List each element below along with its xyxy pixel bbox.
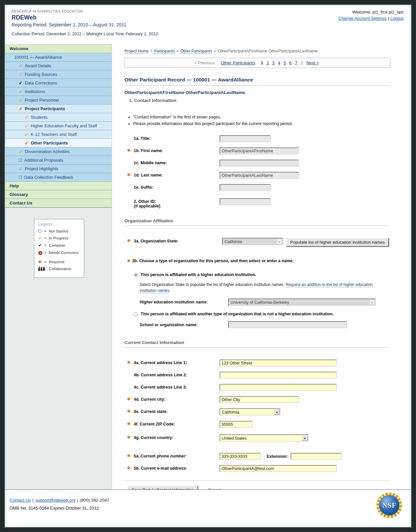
city-input[interactable] <box>220 396 299 403</box>
pager-group-link[interactable]: Other Participants <box>221 60 255 65</box>
state-selected-value: California <box>222 410 239 415</box>
field-label-school-name: School or organization name: <box>140 321 228 327</box>
footer-contact-us-link[interactable]: Contact Us <box>10 498 31 503</box>
sidebar-item-data-corrections[interactable]: Data Corrections <box>5 79 112 87</box>
legend-item-required: = Required <box>38 260 81 264</box>
sidebar-item-project-participants[interactable]: Project Participants <box>5 105 112 113</box>
sidebar-item-glossary[interactable]: Glossary <box>5 190 112 199</box>
sidebar-item-institutions[interactable]: Institutions <box>5 87 112 96</box>
field-label-address1: 4a. Current address Line 1: <box>134 360 187 365</box>
sidebar-item-project-personnel[interactable]: Project Personnel <box>5 96 112 105</box>
sidebar-item-other-participants[interactable]: Other Participants <box>5 139 112 147</box>
sidebar-item-data-collection-feedback[interactable]: Data Collection Feedback <box>5 173 112 182</box>
field-row-email: 5b. Current e-mail address: <box>124 465 390 472</box>
org-state-select[interactable]: California ▼ <box>222 238 283 245</box>
email-input[interactable] <box>220 465 337 472</box>
institution-selected-value: University of California-Berkeley <box>230 300 289 305</box>
record-pager: < PreviousOther Participants1234567|Next… <box>124 58 390 68</box>
nsf-globe-icon: NSF <box>379 495 399 516</box>
org-state-selected-value: California <box>225 239 242 244</box>
field-label-email: 5b. Current e-mail address: <box>134 466 187 471</box>
required-asterisk-icon <box>127 466 130 470</box>
field-row-middle-name: 1c. Middle name: <box>124 160 390 167</box>
last-name-input[interactable] <box>220 172 299 179</box>
welcome-user-text: Welcome, pi1_first pi1_last <box>338 10 403 15</box>
breadcrumb-other-participants[interactable]: Other Participants <box>180 49 212 54</box>
field-row-suffix: 1e. Suffix: <box>124 184 390 191</box>
logout-link[interactable]: Logout <box>390 16 403 21</box>
header-link-separator: | <box>388 16 389 21</box>
sidebar: Welcome 100001 — AwardAlliance Award Det… <box>5 44 112 489</box>
field-label-middle-name: 1c. Middle name: <box>134 161 167 165</box>
sidebar-item-higher-ed-faculty-staff[interactable]: Higher Education Faculty and Staff <box>5 122 112 130</box>
chevron-down-icon: ▼ <box>302 435 308 441</box>
people-icon <box>38 266 45 271</box>
pager-previous: < Previous <box>194 60 215 65</box>
sidebar-item-award-details[interactable]: Award Details <box>5 62 112 70</box>
sidebar-item-additional-proposals[interactable]: Additional Proposals <box>5 156 112 165</box>
pager-page-5[interactable]: 5 <box>284 60 286 65</box>
suffix-input[interactable] <box>220 184 271 191</box>
error-icon <box>38 251 42 255</box>
pager-page-4[interactable]: 4 <box>278 60 280 65</box>
footer-support-email-link[interactable]: support@rdeweb.org <box>35 498 76 503</box>
legend-title: Legend <box>38 222 81 227</box>
state-select[interactable]: California ▼ <box>220 408 281 416</box>
sidebar-item-contact-us[interactable]: Contact Us <box>5 199 112 207</box>
sidebar-item-dissemination-activities[interactable]: Dissemination Activities <box>5 147 112 156</box>
first-name-input[interactable] <box>220 147 299 154</box>
sidebar-item-funding-sources[interactable]: Funding Sources <box>5 70 112 79</box>
sidebar-item-project-highlights[interactable]: Project Highlights <box>5 165 112 173</box>
sidebar-item-k12-teachers-staff[interactable]: K-12 Teachers and Staff <box>5 130 112 139</box>
country-select[interactable]: United States ▼ <box>220 434 309 442</box>
other-id-input[interactable] <box>220 198 271 205</box>
extension-input[interactable] <box>291 453 342 460</box>
address-line2-input[interactable] <box>220 372 337 379</box>
sidebar-item-help[interactable]: Help <box>5 182 112 190</box>
pager-page-3[interactable]: 3 <box>272 60 274 65</box>
sidebar-item-award-100001[interactable]: 100001 — AwardAlliance <box>5 53 112 62</box>
field-row-address1: 4a. Current address Line 1: <box>124 360 390 366</box>
breadcrumb-project-home[interactable]: Project Home <box>124 49 149 54</box>
higher-ed-radio[interactable] <box>134 273 138 277</box>
field-label-zip: 4f. Current ZIP Code: <box>134 422 175 426</box>
address-line1-input[interactable] <box>220 360 337 366</box>
sidebar-item-welcome[interactable]: Welcome <box>5 45 112 53</box>
phone-input[interactable] <box>220 453 261 460</box>
school-name-input[interactable] <box>228 321 347 328</box>
pager-page-6[interactable]: 6 <box>289 60 292 65</box>
field-label-suffix: 1e. Suffix: <box>134 185 154 190</box>
sidebar-item-students[interactable]: Students <box>5 113 112 122</box>
institution-name-select[interactable]: University of California-Berkeley ▼ <box>228 298 376 306</box>
required-asterisk-icon <box>127 148 130 153</box>
collection-period: Collection Period: December 2, 2011 – Mi… <box>12 31 404 36</box>
field-row-title: 1a. Title: <box>124 135 390 142</box>
field-label-state: 4e. Current state: <box>134 409 168 414</box>
legend-item-needs-correction: = Needs Correction <box>38 250 81 255</box>
org-affiliation-heading: Organization Affiliation <box>124 218 390 226</box>
change-account-settings-link[interactable]: Change Account Settings <box>338 16 387 21</box>
required-asterisk-icon <box>127 409 130 414</box>
breadcrumb-participants[interactable]: Participants <box>154 49 175 54</box>
pager-next[interactable]: Next > <box>306 60 319 65</box>
field-label-city: 4d. Current city: <box>134 397 165 402</box>
address-line3-input[interactable] <box>220 384 337 391</box>
field-row-institution-name: Higher education institution name: Unive… <box>140 298 390 306</box>
zip-input[interactable] <box>220 421 253 428</box>
title-input[interactable] <box>220 135 271 142</box>
required-asterisk-icon <box>127 238 130 243</box>
header: RESEARCH IN DISABILITIES EDUCATION RDEWe… <box>5 5 411 44</box>
field-row-org-state: 3a. Organization State: California ▼ Pop… <box>124 238 390 247</box>
field-label-country: 4g. Current country: <box>134 435 173 440</box>
pager-page-7[interactable]: 7 <box>295 60 297 65</box>
other-org-radio-label: This person is affiliated with another t… <box>141 312 334 316</box>
chevron-down-icon: ▼ <box>277 239 282 244</box>
pencil-icon <box>25 122 28 130</box>
country-selected-value: United States <box>222 436 247 441</box>
footer-omb-line: OMB No. 3145-0164 Expires October 31, 20… <box>10 506 403 511</box>
pager-page-2[interactable]: 2 <box>266 60 269 65</box>
populate-institutions-button[interactable]: Populate list of higher education instit… <box>286 238 389 247</box>
middle-name-input[interactable] <box>220 160 299 167</box>
other-org-radio[interactable] <box>134 312 138 316</box>
instructions-list: "Contact Information" is the first of se… <box>128 114 390 127</box>
